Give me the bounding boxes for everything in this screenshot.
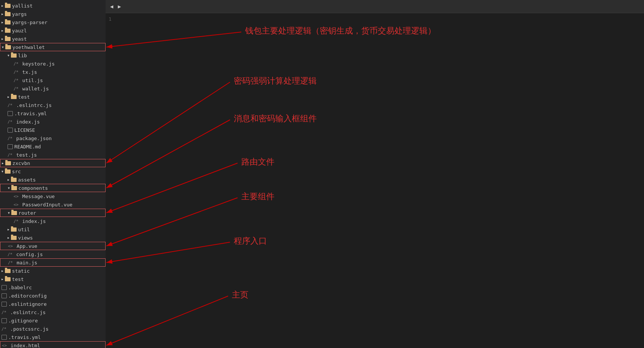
nav-forward-button[interactable]: ▶ xyxy=(116,3,122,10)
sidebar-item-package.json[interactable]: /* package.json xyxy=(0,134,106,142)
sidebar-item-yargs[interactable]: ▶yargs xyxy=(0,10,106,18)
sidebar-item-yallist[interactable]: ▶yallist xyxy=(0,2,106,10)
item-label-views: views xyxy=(18,235,33,241)
sidebar-item-PasswordInput.vue[interactable]: <> PasswordInput.vue xyxy=(0,200,106,209)
item-label-static: static xyxy=(12,268,30,274)
item-label-test2: test xyxy=(12,276,24,282)
item-label-yeast: yeast xyxy=(12,36,27,42)
item-label-.travis.yml2: .travis.yml xyxy=(8,334,41,340)
item-label-src: src xyxy=(12,169,21,174)
sidebar-item-wallet.js[interactable]: /* wallet.js xyxy=(0,84,106,93)
sidebar-item-test2[interactable]: ▶test xyxy=(0,275,106,283)
sidebar-item-yeast[interactable]: ▶yeast xyxy=(0,35,106,43)
item-label-zxcvbn: zxcvbn xyxy=(12,160,30,166)
sidebar-item-router-index.js[interactable]: /* index.js xyxy=(0,217,106,225)
sidebar-item-App.vue[interactable]: <> App.vue xyxy=(0,242,106,250)
sidebar-item-static[interactable]: ▶static xyxy=(0,267,106,275)
annotation-ann1: 钱包主要处理逻辑（密钥生成，货币交易处理逻辑） xyxy=(245,25,436,37)
sidebar-item-.eslintignore[interactable]: .eslintignore xyxy=(0,300,106,308)
item-label-yallist: yallist xyxy=(12,3,33,9)
item-label-test.js: test.js xyxy=(16,152,37,158)
editor-content: 1 钱包主要处理逻辑（密钥生成，货币交易处理逻辑）密码强弱计算处理逻辑消息和密码… xyxy=(106,13,644,348)
item-label-util: util xyxy=(18,227,30,232)
item-label-.eslintrc.js: .eslintrc.js xyxy=(16,102,52,108)
item-label-.postcssrc.js: .postcssrc.js xyxy=(10,326,49,332)
nav-back-button[interactable]: ◀ xyxy=(109,3,115,10)
item-label-index.html: index.html xyxy=(11,343,40,348)
item-label-.eslintrc.js2: .eslintrc.js xyxy=(10,310,46,315)
sidebar-item-assets[interactable]: ▶assets xyxy=(0,176,106,184)
item-label-index.js: index.js xyxy=(16,119,40,125)
item-label-.editorconfig: .editorconfig xyxy=(8,293,47,299)
sidebar-item-.eslintrc.js2[interactable]: /* .eslintrc.js xyxy=(0,308,106,316)
svg-line-1 xyxy=(106,32,241,47)
sidebar-item-yoethwallet[interactable]: ▼yoethwallet xyxy=(0,43,106,51)
item-label-main.js: main.js xyxy=(17,260,37,266)
sidebar-item-.editorconfig[interactable]: .editorconfig xyxy=(0,292,106,300)
annotation-ann2: 密码强弱计算处理逻辑 xyxy=(234,75,317,87)
item-label-router-index.js: index.js xyxy=(22,218,46,224)
sidebar-item-.gitignore[interactable]: .gitignore xyxy=(0,316,106,325)
sidebar-item-main.js[interactable]: /* main.js xyxy=(0,258,106,267)
sidebar-item-components[interactable]: ▼components xyxy=(0,184,106,192)
item-label-components: components xyxy=(18,185,48,191)
sidebar-item-views[interactable]: ▶views xyxy=(0,234,106,242)
annotation-ann6: 程序入口 xyxy=(234,235,267,247)
sidebar-item-yargs-parser[interactable]: ▶yargs-parser xyxy=(0,18,106,26)
sidebar-item-config.js[interactable]: /* config.js xyxy=(0,250,106,258)
sidebar-item-.postcssrc.js[interactable]: /* .postcssrc.js xyxy=(0,325,106,333)
item-label-lib: lib xyxy=(18,53,27,58)
sidebar-item-index.html[interactable]: <> index.html xyxy=(0,341,106,348)
svg-line-7 xyxy=(106,296,228,345)
sidebar-item-.eslintrc.js[interactable]: /* .eslintrc.js xyxy=(0,101,106,109)
sidebar-item-zxcvbn[interactable]: ▶zxcvbn xyxy=(0,159,106,167)
item-label-util.js: util.js xyxy=(22,78,43,83)
sidebar-item-README.md[interactable]: README.md xyxy=(0,142,106,151)
annotation-ann7: 主页 xyxy=(232,289,248,301)
sidebar-item-tx.js[interactable]: /* tx.js xyxy=(0,68,106,76)
item-label-wallet.js: wallet.js xyxy=(22,86,49,92)
sidebar-item-lib[interactable]: ▼lib xyxy=(0,51,106,60)
sidebar-item-keystore.js[interactable]: /* keystore.js xyxy=(0,60,106,68)
sidebar-item-util[interactable]: ▶util xyxy=(0,225,106,234)
item-label-yargs: yargs xyxy=(12,11,27,17)
item-label-LICENSE: LICENSE xyxy=(14,127,35,133)
item-label-.babelrc: .babelrc xyxy=(8,285,32,290)
svg-line-3 xyxy=(106,120,230,188)
sidebar-item-src[interactable]: ▼src xyxy=(0,167,106,176)
svg-line-2 xyxy=(106,82,230,163)
item-label-config.js: config.js xyxy=(16,252,43,257)
sidebar-item-index.js[interactable]: /* index.js xyxy=(0,118,106,126)
annotation-overlay: 钱包主要处理逻辑（密钥生成，货币交易处理逻辑）密码强弱计算处理逻辑消息和密码输入… xyxy=(106,13,644,348)
sidebar-item-Message.vue[interactable]: <> Message.vue xyxy=(0,192,106,200)
sidebar-item-util.js[interactable]: /* util.js xyxy=(0,76,106,84)
item-label-PasswordInput.vue: PasswordInput.vue xyxy=(22,202,72,208)
item-label-README.md: README.md xyxy=(14,144,41,150)
annotation-ann4: 路由文件 xyxy=(241,156,274,168)
item-label-keystore.js: keystore.js xyxy=(22,61,55,67)
sidebar-item-yauzl[interactable]: ▶yauzl xyxy=(0,26,106,35)
file-explorer: ▶yallist▶yargs▶yargs-parser▶yauzl▶yeast▼… xyxy=(0,0,106,348)
sidebar-item-test.js[interactable]: /* test.js xyxy=(0,151,106,159)
item-label-.travis.yml: .travis.yml xyxy=(14,111,47,116)
item-label-package.json: package.json xyxy=(16,136,52,141)
item-label-.eslintignore: .eslintignore xyxy=(8,301,47,307)
item-label-tx.js: tx.js xyxy=(22,69,37,75)
sidebar-item-test[interactable]: ▶test xyxy=(0,93,106,101)
item-label-.gitignore: .gitignore xyxy=(8,318,38,324)
svg-line-5 xyxy=(106,198,238,246)
sidebar-item-.babelrc[interactable]: .babelrc xyxy=(0,283,106,292)
item-label-yargs-parser: yargs-parser xyxy=(12,20,48,25)
line-number: 1 xyxy=(109,16,112,22)
annotation-ann3: 消息和密码输入框组件 xyxy=(234,113,317,124)
sidebar-item-router[interactable]: ▼router xyxy=(0,209,106,217)
svg-line-6 xyxy=(106,242,230,263)
item-label-yauzl: yauzl xyxy=(12,28,27,34)
item-label-router: router xyxy=(18,210,36,216)
sidebar-item-LICENSE[interactable]: LICENSE xyxy=(0,126,106,134)
annotation-arrows xyxy=(106,13,644,348)
svg-line-4 xyxy=(106,163,238,213)
sidebar-item-.travis.yml[interactable]: .travis.yml xyxy=(0,109,106,118)
sidebar-item-.travis.yml2[interactable]: .travis.yml xyxy=(0,333,106,341)
editor-area: ◀ ▶ 1 钱包主要处理逻辑（密钥生成，货币交易处理逻辑）密码强弱计算处理逻辑消… xyxy=(106,0,644,348)
